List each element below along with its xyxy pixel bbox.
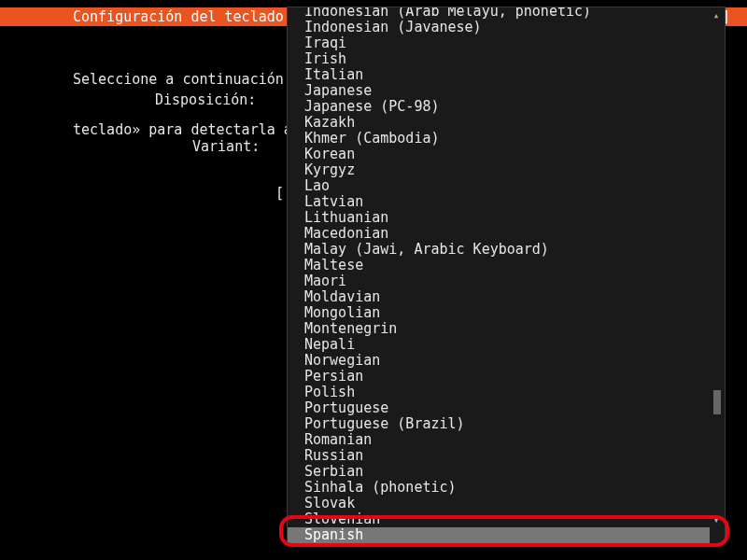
scroll-down-icon[interactable]: ▾ <box>712 515 721 526</box>
layout-option[interactable]: Mongolian <box>288 305 710 321</box>
layout-label: Disposición: <box>155 91 256 108</box>
layout-option[interactable]: Portuguese (Brazil) <box>288 416 710 432</box>
layout-option[interactable]: Lao <box>288 178 710 194</box>
layout-option[interactable]: Portuguese <box>288 400 710 416</box>
layout-option[interactable]: Kyrgyz <box>288 162 710 178</box>
layout-option[interactable]: Maltese <box>288 258 710 273</box>
layout-option[interactable]: Maori <box>288 273 710 289</box>
layout-option[interactable]: Macedonian <box>288 226 710 242</box>
bracket-hint: [ <box>275 185 284 202</box>
layout-option[interactable]: Nepali <box>288 337 710 353</box>
layout-option[interactable]: Indonesian (Javanese) <box>288 20 710 35</box>
layout-option[interactable]: Polish <box>288 385 710 400</box>
scrollbar-thumb[interactable] <box>713 390 721 414</box>
layout-option[interactable]: Japanese (PC-98) <box>288 99 710 115</box>
layout-option[interactable]: Norwegian <box>288 353 710 369</box>
layout-option[interactable]: Serbian <box>288 464 710 480</box>
layout-option[interactable]: Spanish <box>288 527 710 543</box>
layout-option[interactable]: Malay (Jawi, Arabic Keyboard) <box>288 242 710 258</box>
layout-dropdown[interactable]: IndianIndonesian (Arab Melayu, phonetic)… <box>287 7 726 544</box>
layout-option[interactable]: Irish <box>288 51 710 67</box>
layout-option[interactable]: Slovak <box>288 496 710 511</box>
layout-option[interactable]: Romanian <box>288 432 710 448</box>
layout-option[interactable]: Italian <box>288 67 710 83</box>
instructions-line: Seleccione a continuación la <box>73 71 309 88</box>
layout-option[interactable]: Persian <box>288 369 710 385</box>
layout-option[interactable]: Sinhala (phonetic) <box>288 480 710 496</box>
variant-label: Variant: <box>192 138 260 155</box>
layout-option[interactable]: Montenegrin <box>288 321 710 337</box>
layout-option[interactable]: Moldavian <box>288 289 710 305</box>
page-title: Configuración del teclado <box>73 7 284 26</box>
instructions-line: teclado» para detectarla aut <box>73 121 309 138</box>
layout-option[interactable]: Slovenian <box>288 511 710 527</box>
layout-option[interactable]: Lithuanian <box>288 210 710 226</box>
layout-option[interactable]: Iraqi <box>288 35 710 51</box>
scroll-up-icon[interactable]: ▴ <box>712 10 721 21</box>
layout-option[interactable]: Khmer (Cambodia) <box>288 131 710 147</box>
layout-option[interactable]: Korean <box>288 147 710 162</box>
layout-option[interactable]: Latvian <box>288 194 710 210</box>
layout-option[interactable]: Japanese <box>288 83 710 99</box>
layout-option[interactable]: Kazakh <box>288 115 710 131</box>
layout-option[interactable]: Russian <box>288 448 710 464</box>
dropdown-list[interactable]: IndianIndonesian (Arab Melayu, phonetic)… <box>288 7 710 543</box>
